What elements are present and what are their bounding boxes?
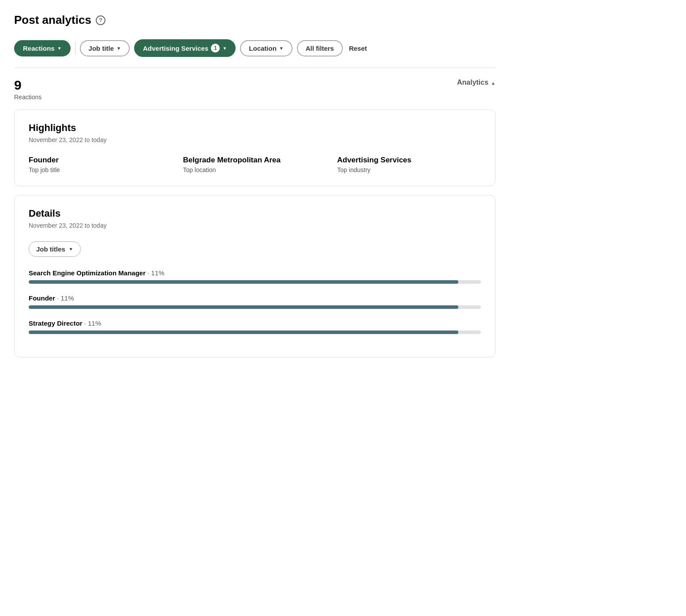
highlights-card: Highlights November 23, 2022 to today Fo… bbox=[14, 109, 495, 186]
details-dropdown-label: Job titles bbox=[36, 245, 65, 253]
bar-fill-strategy-director bbox=[29, 331, 458, 334]
reactions-filter-label: Reactions bbox=[23, 45, 55, 52]
bar-track-founder bbox=[29, 305, 481, 309]
reset-button[interactable]: Reset bbox=[347, 41, 369, 56]
highlight-item-job-title: Founder Top job title bbox=[29, 156, 172, 173]
bar-fill-founder bbox=[29, 305, 458, 309]
analytics-chevron-icon bbox=[491, 79, 495, 86]
reactions-count: 9 bbox=[14, 79, 41, 92]
advertising-filter-button[interactable]: Advertising Services 1 bbox=[134, 39, 236, 57]
highlight-item-location: Belgrade Metropolitan Area Top location bbox=[183, 156, 327, 173]
all-filters-button[interactable]: All filters bbox=[297, 40, 343, 56]
highlight-item-industry: Advertising Services Top industry bbox=[337, 156, 481, 173]
highlight-location-value: Belgrade Metropolitan Area bbox=[183, 156, 327, 165]
job-title-filter-label: Job title bbox=[89, 45, 114, 52]
highlights-title: Highlights bbox=[29, 122, 481, 134]
filters-row: Reactions Job title Advertising Services… bbox=[14, 39, 495, 68]
bar-percent-founder: · 11% bbox=[57, 294, 74, 302]
bar-label-strategy-director: Strategy Director · 11% bbox=[29, 319, 481, 327]
bar-track-strategy-director bbox=[29, 331, 481, 334]
details-dropdown-button[interactable]: Job titles bbox=[29, 241, 81, 257]
advertising-filter-label: Advertising Services bbox=[143, 45, 208, 52]
bar-fill-seo-manager bbox=[29, 280, 458, 284]
reactions-label: Reactions bbox=[14, 94, 41, 101]
help-icon[interactable]: ? bbox=[96, 15, 105, 25]
highlight-industry-value: Advertising Services bbox=[337, 156, 481, 165]
details-dropdown-chevron-icon bbox=[69, 247, 73, 252]
highlight-job-title-label: Top job title bbox=[29, 166, 172, 173]
bar-item-strategy-director: Strategy Director · 11% bbox=[29, 319, 481, 334]
bar-label-founder: Founder · 11% bbox=[29, 294, 481, 302]
reactions-chevron-icon bbox=[57, 46, 62, 51]
reactions-filter-button[interactable]: Reactions bbox=[14, 40, 71, 56]
location-filter-label: Location bbox=[249, 45, 277, 52]
location-chevron-icon bbox=[279, 46, 284, 51]
page-title: Post analytics bbox=[14, 13, 91, 27]
details-title: Details bbox=[29, 208, 481, 219]
bar-track-seo-manager bbox=[29, 280, 481, 284]
highlights-grid: Founder Top job title Belgrade Metropoli… bbox=[29, 156, 481, 173]
filter-separator-1 bbox=[75, 42, 75, 54]
bar-item-seo-manager: Search Engine Optimization Manager · 11% bbox=[29, 269, 481, 284]
bar-item-founder: Founder · 11% bbox=[29, 294, 481, 309]
location-filter-button[interactable]: Location bbox=[240, 40, 292, 56]
page-header: Post analytics ? bbox=[14, 13, 495, 27]
job-title-chevron-icon bbox=[116, 46, 121, 51]
highlight-industry-label: Top industry bbox=[337, 166, 481, 173]
highlights-date-range: November 23, 2022 to today bbox=[29, 136, 481, 143]
job-title-filter-button[interactable]: Job title bbox=[80, 40, 130, 56]
all-filters-label: All filters bbox=[306, 45, 334, 52]
bar-label-seo-manager: Search Engine Optimization Manager · 11% bbox=[29, 269, 481, 277]
advertising-chevron-icon bbox=[222, 46, 227, 51]
analytics-toggle-button[interactable]: Analytics bbox=[457, 79, 495, 86]
advertising-filter-badge: 1 bbox=[211, 44, 220, 53]
highlight-job-title-value: Founder bbox=[29, 156, 172, 165]
details-card: Details November 23, 2022 to today Job t… bbox=[14, 195, 495, 357]
stats-row: 9 Reactions Analytics bbox=[14, 68, 495, 109]
highlight-location-label: Top location bbox=[183, 166, 327, 173]
details-date-range: November 23, 2022 to today bbox=[29, 222, 481, 229]
stats-block: 9 Reactions bbox=[14, 79, 41, 101]
bar-percent-seo-manager: · 11% bbox=[147, 269, 164, 277]
analytics-toggle-label: Analytics bbox=[457, 79, 488, 86]
bar-percent-strategy-director: · 11% bbox=[84, 319, 101, 327]
